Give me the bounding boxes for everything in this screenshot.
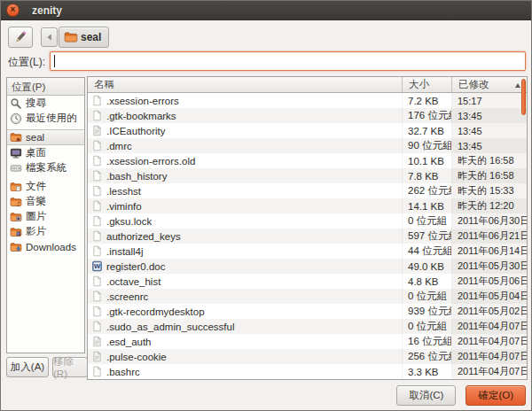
file-name-cell: .bashrc (88, 364, 403, 379)
text-file-icon (91, 95, 103, 106)
file-modified-cell: 昨天的 16:58 (452, 153, 527, 168)
file-modified-cell: 2011年05月06日 (452, 274, 527, 289)
table-row[interactable]: .ICEauthority32.7 KB13:45 (88, 123, 527, 138)
file-name: .bashrc (106, 367, 140, 377)
sidebar-item-desktop[interactable]: 桌面 (7, 145, 84, 160)
text-file-icon (91, 185, 103, 197)
file-size-cell: 32.7 KB (403, 123, 452, 138)
table-row[interactable]: authorized_keys597 位元組2011年06月21日 (88, 229, 527, 244)
table-row[interactable]: .lesshst262 位元組昨天的 15:33 (88, 183, 527, 198)
table-row[interactable]: .gtk-bookmarks176 位元組13:45 (88, 108, 527, 123)
column-header-size[interactable]: 大小 (403, 77, 452, 93)
file-name-cell: .ICEauthority (88, 123, 403, 138)
text-file-icon (91, 321, 103, 332)
sidebar-item-filesystem[interactable]: 檔案系統 (7, 160, 84, 175)
column-header-modified[interactable]: 已修改 (452, 77, 527, 93)
sidebar-item-label: 影片 (26, 225, 46, 238)
sidebar-item-pictures[interactable]: 圖片 (7, 209, 84, 224)
music-folder-icon: ♪ (10, 196, 22, 208)
file-name: .bash_history (106, 171, 167, 182)
file-name-cell: .xsession-errors (88, 93, 403, 108)
table-row[interactable]: .pulse-cookie256 位元組2011年04月07日 (88, 349, 527, 364)
table-row[interactable]: .install4j44 位元組2011年06月14日 (88, 244, 527, 259)
table-row[interactable]: .bash_history7.8 KB昨天的 16:58 (88, 168, 527, 183)
file-name: .xsession-errors (106, 96, 179, 106)
file-name-cell: .bash_history (88, 168, 403, 183)
sidebar-item-videos[interactable]: 影片 (7, 224, 84, 239)
file-name-cell: .screenrc (88, 289, 403, 304)
sidebar-item-documents[interactable]: 文件 (7, 179, 84, 194)
close-icon: × (11, 5, 16, 14)
titlebar[interactable]: × zenity (1, 1, 531, 20)
location-input[interactable] (50, 51, 526, 71)
file-size-cell: 16 位元組 (403, 334, 452, 349)
table-row[interactable]: .bashrc3.3 KB2011年04月07日 (88, 364, 527, 379)
back-button[interactable] (41, 27, 58, 47)
vertical-scrollbar-thumb[interactable] (521, 79, 526, 115)
file-name: .pulse-cookie (106, 352, 167, 362)
file-name-cell: .octave_hist (88, 274, 403, 289)
file-name: .install4j (106, 246, 144, 257)
path-button-seal[interactable]: seal (59, 27, 109, 48)
file-size-cell: 10.1 KB (403, 153, 452, 168)
file-modified-cell: 2011年05月30日 (452, 259, 527, 274)
file-name: .gtk-recordmydesktop (106, 306, 205, 317)
close-button[interactable]: × (6, 4, 20, 17)
sidebar-item-label: 圖片 (26, 210, 46, 223)
table-row[interactable]: .gksu.lock0 位元組2011年06月30日 (88, 213, 527, 229)
table-row[interactable]: .sudo_as_admin_successful0 位元組2011年04月07… (88, 319, 527, 334)
binary-file-icon (91, 125, 103, 136)
add-bookmark-button[interactable]: 加入(A) (6, 357, 49, 377)
documents-folder-icon (10, 181, 22, 193)
clock-icon (10, 112, 22, 125)
table-row[interactable]: .xsession-errors7.2 KB15:17 (88, 93, 527, 108)
text-file-icon (91, 366, 103, 377)
file-modified-cell: 昨天的 16:58 (452, 168, 527, 183)
type-filename-button[interactable] (8, 27, 33, 48)
file-size-cell: 44 位元組 (403, 244, 452, 259)
downloads-folder-icon (10, 241, 22, 253)
table-row[interactable]: .gtk-recordmydesktop939 位元組2011年05月02日 (88, 304, 527, 319)
remove-bookmark-button[interactable]: 移除(R) (52, 357, 88, 377)
column-header-modified-label: 已修改 (458, 78, 489, 91)
column-header-name[interactable]: 名稱 (88, 77, 403, 93)
window-title: zenity (32, 4, 62, 17)
file-table: 名稱 大小 已修改 .xsession-errors7.2 KB15:17.gt… (87, 76, 528, 380)
sidebar-item-search[interactable]: 搜尋 (7, 96, 84, 111)
table-row[interactable]: .dmrc90 位元組13:45 (88, 138, 527, 153)
sidebar-item-label: seal (26, 132, 44, 143)
sidebar-item-music[interactable]: ♪音樂 (7, 194, 84, 209)
cancel-button[interactable]: 取消(C) (396, 385, 456, 406)
places-header: 位置(P) (7, 78, 84, 96)
table-row[interactable]: Wregister0.doc49.0 KB2011年05月30日 (88, 259, 527, 274)
sidebar-item-downloads[interactable]: Downloads (7, 239, 84, 254)
ok-button[interactable]: 確定(O) (466, 385, 526, 406)
file-modified-cell: 2011年06月14日 (452, 244, 527, 259)
table-row[interactable]: .viminfo14.1 KB昨天的 12:20 (88, 198, 527, 213)
file-size-cell: 3.3 KB (403, 364, 452, 379)
file-name: .dmrc (106, 141, 132, 151)
folder-icon (64, 30, 78, 44)
table-row[interactable]: .screenrc0 位元組2011年05月04日 (88, 289, 527, 304)
sidebar-item-label: 搜尋 (26, 97, 46, 110)
sidebar-item-recent[interactable]: 最近使用的 (7, 111, 84, 126)
text-file-icon (91, 245, 103, 257)
file-modified-cell: 13:45 (452, 138, 527, 153)
sidebar-item-seal[interactable]: seal (7, 129, 84, 145)
table-row[interactable]: .esd_auth16 位元組2011年04月07日 (88, 334, 527, 349)
file-name: .gksu.lock (106, 216, 152, 227)
sidebar-item-label: 文件 (26, 180, 46, 193)
file-name-cell: .esd_auth (88, 334, 403, 349)
text-file-icon (91, 215, 103, 227)
location-label: 位置(L): (8, 55, 45, 70)
file-size-cell: 0 位元組 (403, 213, 452, 229)
sidebar-item-label: 檔案系統 (26, 161, 66, 174)
file-size-cell: 939 位元組 (403, 304, 452, 319)
table-row[interactable]: .octave_hist4.8 KB2011年05月06日 (88, 274, 527, 289)
sidebar-item-label: 最近使用的 (26, 112, 77, 125)
binary-file-icon (91, 351, 103, 362)
back-arrow-icon (44, 32, 55, 43)
file-name-cell: .gtk-bookmarks (88, 108, 403, 123)
sort-ascending-icon (515, 83, 520, 88)
table-row[interactable]: .xsession-errors.old10.1 KB昨天的 16:58 (88, 153, 527, 168)
